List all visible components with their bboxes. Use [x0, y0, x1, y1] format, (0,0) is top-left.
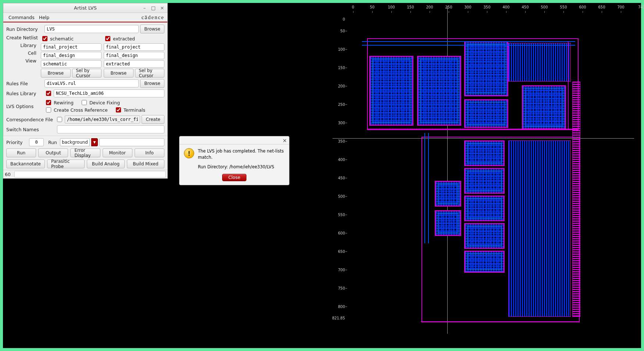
label-switch-names: Switch Names: [6, 127, 43, 132]
library-b-input[interactable]: [104, 43, 164, 51]
label-rules-library: Rules Library: [6, 91, 43, 96]
ruler-y-tick: 450: [332, 169, 347, 187]
switch-names-input[interactable]: [57, 125, 164, 133]
statusbar: 60: [3, 170, 167, 178]
checkbox-schematic[interactable]: schematic: [41, 35, 95, 42]
menu-commands[interactable]: Commands: [6, 14, 37, 21]
ruler-top: 0501001502002503003504004505005506006507…: [344, 5, 630, 14]
correspondence-file-input[interactable]: [65, 115, 140, 123]
ruler-x-tick: 650: [592, 5, 611, 14]
ruler-y-end: 821.85: [332, 316, 347, 320]
ruler-x-tick: 150: [401, 5, 420, 14]
ruler-x-tick: 600: [573, 5, 592, 14]
window-title: Artist LVS: [6, 5, 165, 11]
label-library: Library: [6, 43, 39, 48]
ruler-x-tick: 500: [535, 5, 554, 14]
layout-wire: [421, 321, 580, 322]
titlebar[interactable]: Artist LVS – □ ×: [3, 3, 167, 13]
label-rules-file: Rules File: [6, 81, 43, 86]
run-extra-input[interactable]: [99, 138, 164, 146]
ruler-x-tick: 450: [516, 5, 535, 14]
checkbox-extracted[interactable]: extracted: [104, 35, 158, 42]
layout-cell: [464, 168, 505, 194]
ruler-x-tick: 400: [497, 5, 516, 14]
run-button[interactable]: Run: [6, 148, 36, 157]
backannotate-button[interactable]: Backannotate: [6, 160, 45, 168]
label-create-netlist: Create Netlist: [6, 35, 39, 40]
build-mixed-button[interactable]: Build Mixed: [127, 160, 164, 168]
lvs-result-dialog: × ! The LVS job has completed. The net-l…: [179, 136, 289, 185]
dialog-close-button[interactable]: Close: [222, 174, 247, 181]
cell-b-input[interactable]: [104, 52, 164, 59]
ruler-y-tick: 750: [332, 279, 347, 297]
ruler-x-tick: 350: [477, 5, 497, 14]
checkbox-rewiring[interactable]: Rewiring: [45, 99, 74, 106]
layout-cell: [435, 181, 461, 207]
ruler-y-tick: 500: [332, 187, 347, 205]
warning-icon: !: [184, 148, 194, 158]
status-message-input[interactable]: [14, 171, 166, 178]
browse-b-button[interactable]: Browse: [104, 69, 134, 78]
view-a-input[interactable]: [41, 60, 102, 68]
monitor-button[interactable]: Monitor: [103, 148, 132, 157]
minimize-icon[interactable]: –: [142, 5, 147, 11]
ruler-y-tick: 250: [332, 95, 347, 114]
layout-cell: [464, 41, 508, 96]
layout-cell: [464, 223, 505, 249]
ruler-x-tick: 250: [439, 5, 458, 14]
ruler-y-tick: 50: [332, 22, 347, 40]
ruler-y-tick: 200: [332, 77, 347, 95]
ruler-x-tick: 100: [382, 5, 401, 14]
label-run-mode: Run: [45, 140, 58, 145]
cell-a-input[interactable]: [41, 52, 102, 59]
run-mode-dropdown-button[interactable]: ▼: [91, 138, 98, 146]
library-a-input[interactable]: [41, 43, 102, 51]
priority-input[interactable]: [29, 138, 44, 146]
sel-by-cursor-b-button[interactable]: Sel by Cursor: [135, 69, 165, 78]
browse-rules-button[interactable]: Browse: [140, 79, 164, 88]
brand-logo: cādence: [142, 14, 164, 21]
close-icon[interactable]: ×: [159, 5, 165, 11]
run-mode-select[interactable]: background: [60, 138, 90, 146]
maximize-icon[interactable]: □: [150, 5, 156, 11]
layout-cell: [464, 196, 505, 221]
create-button[interactable]: Create: [142, 115, 164, 124]
dialog-titlebar[interactable]: ×: [179, 136, 289, 144]
layout-wire: [362, 41, 575, 42]
checkbox-create-cross-ref[interactable]: Create Cross Reference: [45, 106, 108, 114]
crosshair-horizontal: [332, 138, 634, 139]
view-b-input[interactable]: [104, 60, 164, 68]
layout-cell: [435, 210, 461, 236]
info-button[interactable]: Info: [135, 148, 164, 157]
output-button[interactable]: Output: [38, 148, 68, 157]
correspondence-file-checkbox[interactable]: [57, 117, 62, 122]
layout-cell: [464, 251, 505, 273]
sel-by-cursor-a-button[interactable]: Sel by Cursor: [72, 69, 102, 78]
layout-cell: [464, 99, 508, 128]
ruler-y-tick: 400: [332, 150, 347, 169]
error-display-button[interactable]: Error Display: [70, 148, 100, 157]
browse-a-button[interactable]: Browse: [41, 69, 71, 78]
ruler-left: 0501001502002503003504004505005506006507…: [332, 17, 347, 320]
label-run-directory: Run Directory: [6, 26, 43, 32]
rules-library-input[interactable]: [54, 89, 164, 97]
label-priority: Priority: [6, 140, 28, 145]
build-analog-button[interactable]: Build Analog: [87, 160, 124, 168]
dialog-close-icon[interactable]: ×: [282, 137, 287, 143]
checkbox-terminals[interactable]: Terminals: [114, 106, 145, 114]
label-view: View: [6, 58, 39, 64]
ruler-y-tick: 700: [332, 261, 347, 279]
layout-wire: [428, 133, 429, 243]
parasitic-probe-button[interactable]: Parasitic Probe: [47, 160, 85, 168]
checkbox-device-fixing[interactable]: Device Fixing: [80, 99, 120, 106]
browse-run-dir-button[interactable]: Browse: [140, 25, 164, 33]
layout-rail: [572, 82, 580, 317]
menu-help[interactable]: Help: [37, 14, 52, 21]
layout-viewer[interactable]: 0501001502002503003504004505005506006507…: [332, 7, 630, 326]
rules-library-checkbox[interactable]: [46, 91, 51, 96]
ruler-x-tick: 550: [554, 5, 573, 14]
run-directory-input[interactable]: [45, 25, 139, 33]
rules-file-input[interactable]: [45, 79, 139, 87]
layout-viewport[interactable]: [347, 15, 630, 326]
ruler-y-tick: 350: [332, 132, 347, 150]
